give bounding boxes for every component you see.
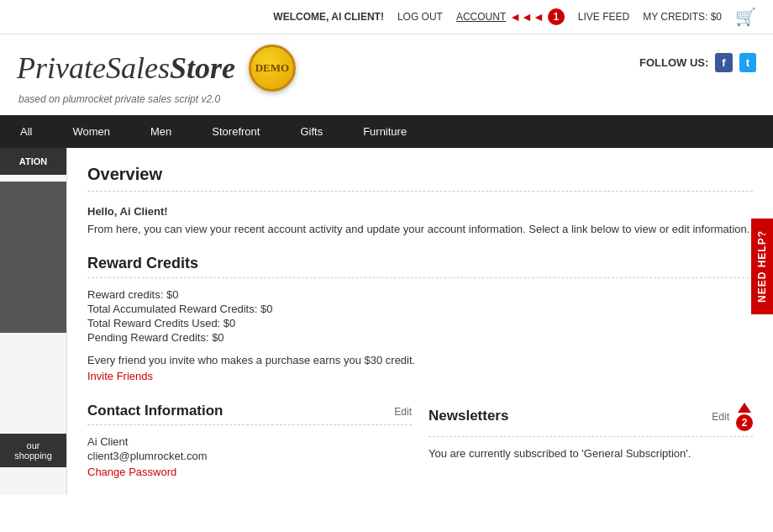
contact-email: client3@plumrocket.com xyxy=(87,450,412,462)
reward-line-2: Total Accumulated Reward Credits: $0 xyxy=(87,303,753,315)
sidebar-shopping: our shopping xyxy=(0,434,66,467)
logo-subtitle: based on plumrocket private sales script… xyxy=(18,93,296,105)
newsletters-title: Newsletters xyxy=(429,408,508,424)
change-password-link[interactable]: Change Password xyxy=(87,466,176,478)
contact-section: Contact Information Edit Ai Client clien… xyxy=(87,403,412,478)
reward-line-3: Total Reward Credits Used: $0 xyxy=(87,317,753,329)
newsletter-subscription-text: You are currently subscribed to 'General… xyxy=(429,447,753,460)
logo: PrivateSalesStore DEMO xyxy=(17,45,296,92)
sidebar: ATION our shopping xyxy=(0,148,67,495)
top-bar: WELCOME, AI CLIENT! LOG OUT ACCOUNT ◄◄◄ … xyxy=(0,0,773,34)
follow-area: FOLLOW US: f t xyxy=(639,53,756,72)
newsletters-edit-link[interactable]: Edit xyxy=(712,411,729,423)
content-area: Overview Hello, Ai Client! From here, yo… xyxy=(67,148,773,495)
rewards-title: Reward Credits xyxy=(87,255,753,278)
contact-name: Ai Client xyxy=(87,435,412,448)
nav-bar: All Women Men Storefront Gifts Furniture xyxy=(0,115,773,148)
sidebar-block-2 xyxy=(0,182,66,333)
sidebar-block-1: ATION xyxy=(0,148,66,175)
reward-line-4: Pending Reward Credits: $0 xyxy=(87,331,753,344)
newsletters-header: Newsletters Edit 2 xyxy=(429,403,753,437)
reward-line-1: Reward credits: $0 xyxy=(87,288,753,301)
contact-edit-link[interactable]: Edit xyxy=(394,406,412,418)
hello-text: Hello, Ai Client! xyxy=(87,205,753,218)
badge-2: 2 xyxy=(736,414,753,431)
nav-furniture[interactable]: Furniture xyxy=(343,115,427,148)
live-feed-link[interactable]: LIVE FEED xyxy=(578,11,629,23)
contact-header: Contact Information Edit xyxy=(87,403,412,425)
nav-women[interactable]: Women xyxy=(52,115,130,148)
credits-label: MY CREDITS: $0 xyxy=(643,11,722,23)
facebook-button[interactable]: f xyxy=(715,53,732,72)
contact-title: Contact Information xyxy=(87,403,223,419)
overview-description: From here, you can view your recent acco… xyxy=(87,221,753,238)
main-layout: ATION our shopping Overview Hello, Ai Cl… xyxy=(0,148,773,495)
newsletters-section: Newsletters Edit 2 You are currently sub… xyxy=(429,403,753,478)
account-link[interactable]: ACCOUNT xyxy=(456,11,506,23)
invite-friends-link[interactable]: Invite Friends xyxy=(87,370,153,382)
invite-text: Every friend you invite who makes a purc… xyxy=(87,354,753,366)
badge-1: 1 xyxy=(548,8,565,25)
cart-icon[interactable]: 🛒 xyxy=(735,7,756,27)
overview-title: Overview xyxy=(87,165,753,192)
arrow-icon: ◄◄◄ xyxy=(509,10,544,24)
nav-all[interactable]: All xyxy=(0,115,52,148)
header: PrivateSalesStore DEMO based on plumrock… xyxy=(0,34,773,115)
twitter-button[interactable]: t xyxy=(739,53,756,72)
two-col-section: Contact Information Edit Ai Client clien… xyxy=(87,403,753,478)
follow-label: FOLLOW US: xyxy=(639,56,708,69)
nav-gifts[interactable]: Gifts xyxy=(280,115,343,148)
logout-link[interactable]: LOG OUT xyxy=(397,11,443,23)
need-help-button[interactable]: NEED HELP? xyxy=(751,218,773,313)
demo-badge: DEMO xyxy=(249,45,296,92)
nav-men[interactable]: Men xyxy=(130,115,192,148)
nav-storefront[interactable]: Storefront xyxy=(192,115,280,148)
welcome-text: WELCOME, AI CLIENT! xyxy=(273,11,384,23)
logo-private: PrivateSalesStore xyxy=(17,51,235,85)
logo-area: PrivateSalesStore DEMO based on plumrock… xyxy=(17,45,296,105)
